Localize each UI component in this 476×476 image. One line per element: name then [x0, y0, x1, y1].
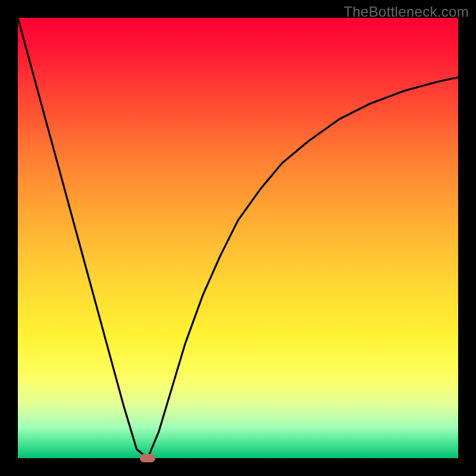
watermark-text: TheBottleneck.com	[343, 4, 469, 20]
bottleneck-curve	[18, 18, 458, 458]
optimal-point-marker	[140, 454, 155, 462]
curve-layer	[18, 18, 458, 458]
chart-container: TheBottleneck.com	[0, 0, 476, 476]
